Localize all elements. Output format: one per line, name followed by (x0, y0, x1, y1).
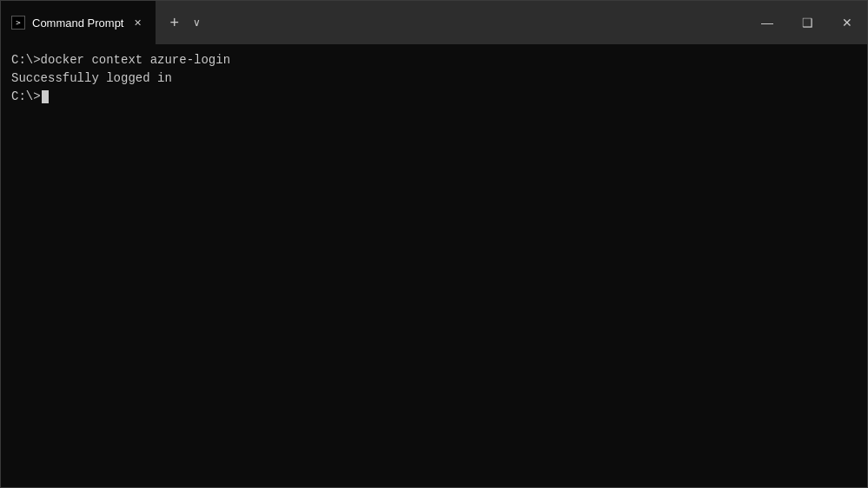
tab-close-button[interactable]: ✕ (130, 16, 145, 30)
tab-title: Command Prompt (32, 16, 123, 30)
terminal-line-2: Successfully logged in (11, 69, 857, 88)
cmd-icon (11, 16, 25, 30)
terminal-prompt: C:\> (11, 88, 41, 106)
new-tab-button[interactable]: + (162, 10, 186, 36)
terminal-prompt-line: C:\> (11, 88, 857, 106)
minimize-button[interactable]: — (747, 1, 787, 44)
title-bar: Command Prompt ✕ + ∨ — ❑ ✕ (1, 1, 867, 44)
tab-bar: Command Prompt ✕ + ∨ (1, 1, 747, 44)
dropdown-button[interactable]: ∨ (186, 13, 208, 32)
active-tab[interactable]: Command Prompt ✕ (1, 1, 156, 44)
terminal-body[interactable]: C:\>docker context azure-login Successfu… (1, 44, 867, 487)
terminal-cursor (42, 90, 49, 103)
close-button[interactable]: ✕ (827, 1, 867, 44)
terminal-line-1: C:\>docker context azure-login (11, 51, 857, 69)
window-controls: — ❑ ✕ (747, 1, 867, 44)
tab-actions: + ∨ (156, 10, 215, 36)
terminal-window: Command Prompt ✕ + ∨ — ❑ ✕ C:\>docker co… (0, 0, 868, 488)
maximize-button[interactable]: ❑ (787, 1, 827, 44)
